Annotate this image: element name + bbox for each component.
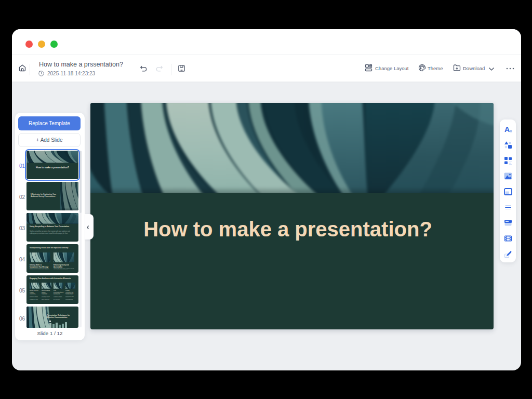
svg-text:A: A xyxy=(504,125,510,134)
